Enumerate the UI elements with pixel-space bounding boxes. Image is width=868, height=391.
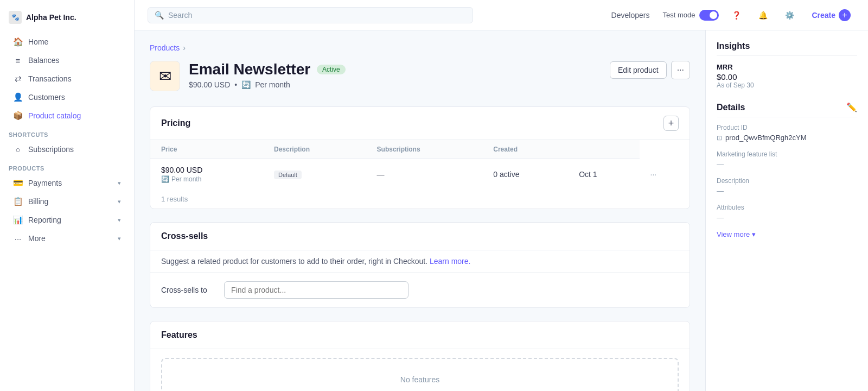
product-icon: ✉ <box>150 61 180 91</box>
home-icon: 🏠 <box>13 37 23 47</box>
description-cell: Default <box>263 159 366 190</box>
sidebar-nav-customers[interactable]: 👤 Customers <box>4 88 130 106</box>
pricing-header: Pricing + <box>150 107 690 140</box>
col-created: Created <box>482 140 568 159</box>
page-main: Products › ✉ Email Newsletter Active $90… <box>135 30 705 391</box>
view-more-button[interactable]: View more ▾ <box>717 230 756 238</box>
more-options-button[interactable]: ··· <box>671 61 690 79</box>
marketing-feature-label: Marketing feature list <box>717 150 857 158</box>
sidebar-nav-subscriptions[interactable]: ○ Subscriptions <box>4 140 130 159</box>
pricing-section: Pricing + Price Description Subscription… <box>150 106 690 209</box>
content-area: Products › ✉ Email Newsletter Active $90… <box>135 30 868 391</box>
company-name: Alpha Pet Inc. <box>26 13 76 22</box>
sidebar-nav-billing[interactable]: 📋 Billing ▾ <box>4 192 130 211</box>
breadcrumb: Products › <box>150 43 690 52</box>
default-badge: Default <box>274 171 302 179</box>
product-title: Email Newsletter <box>189 61 310 78</box>
bell-icon: 🔔 <box>758 11 768 20</box>
product-header: ✉ Email Newsletter Active $90.00 USD • 🔄… <box>150 61 690 91</box>
edit-details-button[interactable]: ✏️ <box>846 102 857 112</box>
mrr-date: As of Sep 30 <box>717 81 857 89</box>
notifications-button[interactable]: 🔔 <box>754 9 772 22</box>
features-empty-label: No features <box>400 375 439 384</box>
sidebar-item-label: Product catalog <box>28 111 81 120</box>
more-icon: ··· <box>13 234 23 243</box>
pricing-table: Price Description Subscriptions Created … <box>150 140 690 190</box>
search-icon: 🔍 <box>155 11 164 20</box>
reporting-icon: 📊 <box>13 215 23 225</box>
right-panel: Insights MRR $0.00 As of Sep 30 Details … <box>705 30 868 391</box>
features-section: Features No features <box>150 321 690 391</box>
details-title: Details <box>717 103 745 112</box>
chevron-down-icon: ▾ <box>118 180 121 187</box>
search-box[interactable]: 🔍 Search <box>148 7 473 23</box>
gear-icon: ⚙️ <box>785 11 794 20</box>
sidebar-item-label: Balances <box>28 56 60 65</box>
chevron-down-icon: ▾ <box>118 235 121 242</box>
col-actions <box>568 140 639 159</box>
breadcrumb-parent[interactable]: Products <box>150 43 180 52</box>
product-price: $90.00 USD <box>189 80 230 89</box>
details-section: Details ✏️ Product ID ⊡ prod_QwvBfmQRgh2… <box>717 102 857 238</box>
copy-icon: ⊡ <box>717 134 722 142</box>
col-subscriptions: Subscriptions <box>366 140 483 159</box>
price-cell: $90.00 USD 🔄 Per month <box>150 159 263 190</box>
sidebar-nav-home[interactable]: 🏠 Home <box>4 33 130 51</box>
marketing-feature-field: Marketing feature list — <box>717 150 857 168</box>
sidebar-nav-payments[interactable]: 💳 Payments ▾ <box>4 174 130 192</box>
row-more-button[interactable]: ··· <box>640 159 690 190</box>
cross-sells-input[interactable] <box>224 281 409 299</box>
test-mode-switch[interactable] <box>699 10 719 21</box>
create-button[interactable]: Create + <box>807 7 855 23</box>
product-id-text: prod_QwvBfmQRgh2cYM <box>725 134 807 142</box>
transactions-icon: ⇄ <box>13 74 23 84</box>
description-value: — <box>717 187 857 195</box>
price-sub: 🔄 Per month <box>161 175 252 183</box>
cross-sells-label: Cross-sells to <box>161 286 215 294</box>
sidebar-item-label: Subscriptions <box>28 145 74 154</box>
help-button[interactable]: ❓ <box>727 9 745 22</box>
add-price-button[interactable]: + <box>663 116 679 131</box>
features-title: Features <box>161 330 197 340</box>
product-id-label: Product ID <box>717 124 857 131</box>
sidebar-nav-balances[interactable]: ≡ Balances <box>4 51 130 70</box>
customers-icon: 👤 <box>13 92 23 102</box>
sidebar-item-label: Transactions <box>28 74 72 83</box>
product-id-value: ⊡ prod_QwvBfmQRgh2cYM <box>717 134 857 142</box>
product-info: Email Newsletter Active $90.00 USD • 🔄 P… <box>189 61 601 89</box>
topbar-actions: Developers Test mode ❓ 🔔 ⚙️ Create + <box>607 7 855 23</box>
breadcrumb-separator: › <box>183 43 186 52</box>
product-catalog-icon: 📦 <box>13 111 23 121</box>
sidebar-item-label: Payments <box>28 179 62 187</box>
company-logo[interactable]: 🐾 Alpha Pet Inc. <box>0 7 134 33</box>
main-area: 🔍 Search Developers Test mode ❓ 🔔 ⚙️ Cre… <box>135 0 868 391</box>
learn-more-link[interactable]: Learn more. <box>430 257 470 266</box>
chevron-down-icon: ▾ <box>752 230 756 238</box>
subscriptions-cell: 0 active <box>482 159 568 190</box>
col-price: Price <box>150 140 263 159</box>
sidebar-nav-product-catalog[interactable]: 📦 Product catalog <box>4 106 130 125</box>
attributes-value: — <box>717 213 857 222</box>
plus-circle-icon: + <box>839 9 851 21</box>
desc-value: — <box>366 159 483 190</box>
features-header: Features <box>150 321 690 349</box>
payments-icon: 💳 <box>13 178 23 188</box>
sidebar-nav-transactions[interactable]: ⇄ Transactions <box>4 70 130 88</box>
description-field: Description — <box>717 177 857 195</box>
chevron-down-icon: ▾ <box>118 198 121 205</box>
sidebar-item-label: Billing <box>28 197 48 206</box>
developers-button[interactable]: Developers <box>607 9 654 22</box>
recurring-icon: 🔄 <box>241 80 251 89</box>
help-icon: ❓ <box>732 11 741 20</box>
sidebar-nav-more[interactable]: ··· More ▾ <box>4 229 130 248</box>
product-title-row: Email Newsletter Active <box>189 61 601 78</box>
features-empty-box: No features <box>161 358 679 391</box>
products-section-label: Products <box>0 159 134 174</box>
sidebar-nav-reporting[interactable]: 📊 Reporting ▾ <box>4 211 130 229</box>
settings-button[interactable]: ⚙️ <box>781 9 799 22</box>
results-count: 1 results <box>150 190 690 209</box>
cross-sells-section: Cross-sells Suggest a related product fo… <box>150 222 690 308</box>
edit-product-button[interactable]: Edit product <box>610 61 667 79</box>
marketing-feature-value: — <box>717 160 857 168</box>
billing-icon: 📋 <box>13 197 23 206</box>
